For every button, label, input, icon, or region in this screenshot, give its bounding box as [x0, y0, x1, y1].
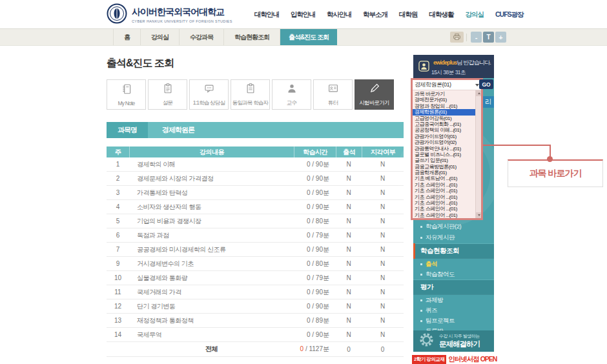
university-emblem-icon — [107, 3, 127, 26]
sidebar-item[interactable]: 학습참여도 — [413, 269, 494, 279]
quick-button-label: 1:1학습 상담실 — [193, 99, 225, 107]
quick-button-label: 교수 — [287, 99, 296, 107]
user-name: ewideplus — [433, 59, 457, 66]
dropdown-scrollbar[interactable] — [475, 90, 481, 218]
dropdown-item[interactable]: 글쓰기 입문(01) — [413, 157, 481, 163]
top-nav-item[interactable]: 대학안내 — [254, 10, 279, 19]
cell-late: N — [362, 203, 404, 210]
font-smaller-button[interactable]: - — [471, 32, 482, 43]
cell-content: 국제무역 — [129, 330, 294, 339]
top-nav-item[interactable]: CUFS광장 — [495, 10, 524, 19]
scroll-down-icon[interactable] — [476, 212, 481, 218]
sidebar-item-label: 과제방 — [426, 296, 443, 305]
cell-week: 7 — [107, 246, 129, 253]
font-larger-button[interactable]: + — [495, 32, 506, 43]
quick-button-clipboard[interactable]: 설문 — [148, 79, 187, 110]
dropdown-item[interactable]: 금융교육방법론(01) — [413, 164, 481, 170]
quick-button-person[interactable]: 교수 — [272, 79, 311, 110]
bullet-icon — [420, 237, 422, 239]
university-name-en: CYBER HANKUK UNIVERSITY OF FOREIGN STUDI… — [132, 19, 232, 23]
pencil-icon — [369, 83, 380, 97]
sub-nav-item[interactable]: 학습현황조회 — [224, 29, 280, 45]
sidebar-item-label: 자유게시판 — [426, 234, 455, 242]
course-select-value: 경제학원론(01) — [415, 81, 451, 89]
top-nav-item[interactable]: 학부소개 — [363, 10, 387, 19]
scroll-up-icon[interactable] — [476, 90, 481, 96]
cell-late: N — [362, 232, 404, 239]
cell-content: 가격통제와 탄력성 — [129, 188, 294, 197]
quick-button-chat[interactable]: 1:1학습 상담실 — [189, 79, 229, 110]
cell-attendance: N — [336, 203, 362, 210]
cell-time: 0 / 89분 — [294, 316, 336, 325]
callout-label: 과목 바로가기 — [508, 159, 603, 187]
dropdown-item[interactable]: 고급영어강독(01) — [413, 116, 481, 121]
quick-button-label: 시험바로가기 — [359, 99, 389, 107]
top-nav-item[interactable]: 학사안내 — [327, 10, 351, 19]
sub-nav-item[interactable]: 홈 — [113, 29, 141, 45]
dropdown-item[interactable]: 기초 스페인어 ...(01) — [413, 200, 481, 206]
top-header: 사이버한국외국어대학교 CYBER HANKUK UNIVERSITY OF F… — [0, 0, 607, 28]
sub-nav-item-active[interactable]: 출석&진도 조회 — [280, 29, 337, 45]
cell-late: N — [362, 189, 404, 196]
table-row: 9거시경제변수의 기초0 / 80분NN — [107, 257, 404, 271]
cell-late: N — [362, 246, 404, 253]
sidebar-item-board[interactable]: 학습게시판(2) — [413, 221, 494, 232]
dropdown-item[interactable]: 관광가이드영어(01) — [413, 134, 481, 139]
top-nav-item[interactable]: 대학원 — [399, 10, 418, 19]
cell-time: 0 / 79분 — [294, 274, 336, 283]
greeting-text: ewideplus님 반갑습니다. — [431, 59, 491, 67]
bookstore-banner[interactable]: 2학기 강의교재 인터넷서점 OPEN — [412, 355, 497, 364]
dropdown-item[interactable]: 글로벌 비즈니스...(01) — [413, 152, 481, 157]
quick-button-id-card[interactable]: 튜터 — [313, 79, 353, 110]
dropdown-item[interactable]: 기초 스페인어 ...(01) — [413, 188, 481, 194]
dropdown-item[interactable]: 관광통역안내사 ...(01) — [413, 146, 481, 152]
dropdown-item[interactable]: 기초 스페인어 ...(01) — [413, 194, 481, 200]
sidebar-item-active[interactable]: 출석 — [413, 259, 494, 269]
sidebar-section-current[interactable]: 학습현황조회 — [413, 243, 494, 259]
sidebar: ewideplus님 반갑습니다. 15시 38분 31초 리 경제학원론(01… — [413, 55, 494, 352]
sub-nav-item[interactable]: 수강과목 — [180, 29, 224, 45]
clipboard-icon — [162, 83, 174, 97]
sub-nav-item[interactable]: 강의실 — [141, 29, 180, 45]
dropdown-item[interactable]: 경매전문가(01) — [413, 97, 481, 103]
bullet-icon — [420, 274, 422, 276]
troubleshooting-banner[interactable]: 수강 시 자주 발생하는 문제해결하기 — [413, 330, 494, 352]
print-button[interactable] — [450, 32, 464, 43]
dropdown-item[interactable]: 관광가이드영어(02) — [413, 139, 481, 145]
top-nav-item[interactable]: 강의실 — [466, 10, 484, 19]
dropdown-item[interactable]: 경제학원론(01) — [413, 109, 481, 115]
cell-week: 4 — [107, 203, 129, 210]
cell-week: 3 — [107, 189, 129, 196]
sidebar-item[interactable]: 팀프로젝트 — [413, 316, 494, 326]
quick-button-clipboard-list[interactable]: 동일과목 학습자 — [231, 79, 270, 110]
course-select[interactable]: 경제학원론(01) — [413, 80, 481, 90]
sidebar-item[interactable]: 퀴즈 — [413, 305, 494, 316]
sidebar-item[interactable]: 과제방 — [413, 295, 494, 305]
dropdown-item[interactable]: 고급중국어회화 ...(01) — [413, 121, 481, 127]
banner-text: 인터넷서점 OPEN — [448, 355, 497, 364]
top-nav-item[interactable]: 대학생활 — [429, 10, 454, 19]
cell-content: 경제문제와 시장의 가격결정 — [129, 174, 294, 183]
go-button[interactable]: GO — [479, 79, 493, 89]
quick-buttons-row: My Note설문1:1학습 상담실동일과목 학습자교수튜터시험바로가기 — [107, 79, 394, 110]
cell-attendance: N — [336, 175, 362, 182]
dropdown-item[interactable]: 기초 스페인어 ...(01) — [413, 212, 481, 218]
dropdown-item[interactable]: 경영과 창업의 ...(01) — [413, 103, 481, 109]
quick-button-pencil[interactable]: 시험바로가기 — [355, 79, 394, 110]
top-nav-item[interactable]: 입학안내 — [291, 10, 315, 19]
cell-content: 기업의 비용과 경쟁시장 — [129, 217, 294, 226]
sidebar-item-board[interactable]: 자유게시판 — [413, 232, 494, 243]
quick-button-notebook[interactable]: My Note — [107, 79, 146, 110]
dropdown-item[interactable]: 공공정책의 이해...(01) — [413, 127, 481, 133]
divider — [466, 34, 467, 41]
font-size-indicator[interactable]: T — [483, 32, 494, 43]
cell-late: N — [362, 274, 404, 281]
sidebar-section-other[interactable]: 평가 — [413, 279, 494, 295]
dropdown-item[interactable]: 기초 스페인어 ...(01) — [413, 206, 481, 212]
dropdown-item[interactable]: 과목 바로가기 — [413, 91, 481, 97]
dropdown-item[interactable]: 금융학개론(01) — [413, 170, 481, 176]
dropdown-item[interactable]: 기초 베트남어 ...(01) — [413, 176, 481, 181]
university-logo[interactable]: 사이버한국외국어대학교 CYBER HANKUK UNIVERSITY OF F… — [107, 3, 232, 26]
dropdown-item[interactable]: 기초 스페인어 ...(01) — [413, 182, 481, 188]
table-header-cell: 주 — [107, 147, 129, 157]
